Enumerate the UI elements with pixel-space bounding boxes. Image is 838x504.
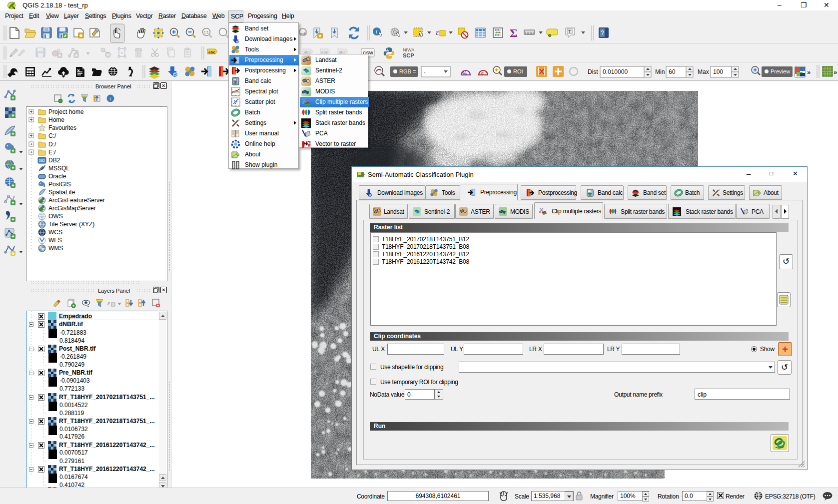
svg-text:RGB =: RGB = <box>399 68 416 74</box>
svg-text:Dist: Dist <box>588 68 598 75</box>
svg-text:%: % <box>462 71 467 76</box>
svg-text:abc: abc <box>208 50 215 54</box>
svg-text:DB2: DB2 <box>39 159 45 162</box>
svg-text:σ: σ <box>481 70 484 76</box>
svg-text:ε: ε <box>107 299 110 307</box>
svg-text:?: ? <box>601 29 604 36</box>
svg-text:1*2: 1*2 <box>233 78 237 81</box>
svg-text:0.010000: 0.010000 <box>603 68 628 75</box>
svg-text:Preview: Preview <box>771 68 790 74</box>
svg-text:1:1: 1:1 <box>204 30 209 34</box>
svg-text:SCP: SCP <box>403 52 414 58</box>
svg-text:i: i <box>109 95 111 101</box>
svg-text:»: » <box>834 68 837 76</box>
svg-text:»: » <box>807 68 811 76</box>
svg-text:ε: ε <box>436 28 439 36</box>
svg-text:Min: Min <box>655 68 665 75</box>
svg-text:i: i <box>376 28 377 34</box>
svg-text:ROI: ROI <box>513 68 523 74</box>
svg-text:Σ: Σ <box>510 26 518 39</box>
svg-text:100: 100 <box>713 68 723 75</box>
svg-text:Max: Max <box>698 68 709 75</box>
svg-text:T: T <box>568 29 571 34</box>
svg-text:×: × <box>120 50 123 55</box>
svg-text:NIWA: NIWA <box>403 47 414 52</box>
svg-text:60: 60 <box>669 68 676 75</box>
svg-text:-: - <box>424 68 426 74</box>
